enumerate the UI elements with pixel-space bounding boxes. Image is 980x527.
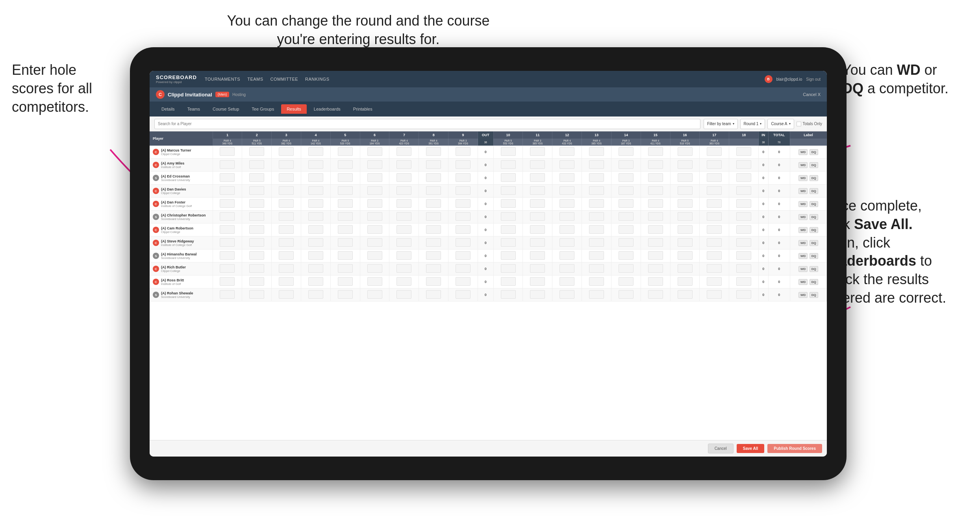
hole-2-input-row-0[interactable] xyxy=(242,146,272,159)
hole-14-input-row-9[interactable] xyxy=(611,263,641,276)
score-input-box[interactable] xyxy=(501,264,516,273)
score-input-box[interactable] xyxy=(367,264,382,273)
hole-1-input-row-4[interactable] xyxy=(213,198,242,211)
hole-11-input-row-8[interactable] xyxy=(523,250,552,263)
score-input-box[interactable] xyxy=(678,212,693,221)
hole-17-input-row-11[interactable] xyxy=(700,288,729,301)
hole-2-input-row-1[interactable] xyxy=(242,159,272,172)
score-input-box[interactable] xyxy=(678,264,693,273)
hole-6-input-row-9[interactable] xyxy=(360,263,389,276)
dq-button[interactable]: DQ xyxy=(810,175,818,181)
hole-1-input-row-9[interactable] xyxy=(213,263,242,276)
score-input-box[interactable] xyxy=(249,277,264,286)
score-input-box[interactable] xyxy=(220,238,235,247)
score-input-box[interactable] xyxy=(678,147,693,156)
hole-8-input-row-7[interactable] xyxy=(419,237,448,250)
score-input-box[interactable] xyxy=(589,147,604,156)
score-input-box[interactable] xyxy=(736,277,751,286)
hole-6-input-row-0[interactable] xyxy=(360,146,389,159)
hole-16-input-row-6[interactable] xyxy=(670,224,700,237)
score-input-box[interactable] xyxy=(501,147,516,156)
score-input-box[interactable] xyxy=(678,186,693,195)
hole-15-input-row-1[interactable] xyxy=(641,159,670,172)
hole-14-input-row-1[interactable] xyxy=(611,159,641,172)
hole-10-input-row-0[interactable] xyxy=(493,146,523,159)
hole-11-input-row-1[interactable] xyxy=(523,159,552,172)
hole-3-input-row-2[interactable] xyxy=(272,172,301,185)
score-input-box[interactable] xyxy=(220,147,235,156)
score-input-box[interactable] xyxy=(338,251,353,260)
hole-5-input-row-9[interactable] xyxy=(330,263,360,276)
hole-11-input-row-9[interactable] xyxy=(523,263,552,276)
hole-17-input-row-9[interactable] xyxy=(700,263,729,276)
score-input-box[interactable] xyxy=(678,199,693,208)
hole-3-input-row-6[interactable] xyxy=(272,224,301,237)
hole-8-input-row-1[interactable] xyxy=(419,159,448,172)
score-input-box[interactable] xyxy=(338,173,353,182)
hole-8-input-row-6[interactable] xyxy=(419,224,448,237)
hole-3-input-row-5[interactable] xyxy=(272,211,301,224)
score-input-box[interactable] xyxy=(678,160,693,169)
score-input-box[interactable] xyxy=(619,264,634,273)
hole-5-input-row-3[interactable] xyxy=(330,185,360,198)
hole-1-input-row-3[interactable] xyxy=(213,185,242,198)
dq-button[interactable]: DQ xyxy=(810,292,818,298)
hole-10-input-row-2[interactable] xyxy=(493,172,523,185)
score-input-box[interactable] xyxy=(707,251,722,260)
hole-1-input-row-2[interactable] xyxy=(213,172,242,185)
hole-12-input-row-10[interactable] xyxy=(552,276,582,288)
score-input-box[interactable] xyxy=(501,251,516,260)
wd-button[interactable]: WD xyxy=(798,266,808,272)
hole-4-input-row-3[interactable] xyxy=(301,185,330,198)
hole-17-input-row-5[interactable] xyxy=(700,211,729,224)
hole-12-input-row-3[interactable] xyxy=(552,185,582,198)
score-input-box[interactable] xyxy=(678,290,693,299)
tab-course-setup[interactable]: Course Setup xyxy=(207,104,245,114)
hole-12-input-row-0[interactable] xyxy=(552,146,582,159)
score-input-box[interactable] xyxy=(707,225,722,234)
hole-8-input-row-11[interactable] xyxy=(419,288,448,301)
hole-11-input-row-11[interactable] xyxy=(523,288,552,301)
score-input-box[interactable] xyxy=(707,147,722,156)
score-input-box[interactable] xyxy=(396,277,411,286)
score-input-box[interactable] xyxy=(736,186,751,195)
hole-16-input-row-5[interactable] xyxy=(670,211,700,224)
hole-4-input-row-11[interactable] xyxy=(301,288,330,301)
score-input-box[interactable] xyxy=(589,251,604,260)
hole-6-input-row-3[interactable] xyxy=(360,185,389,198)
hole-6-input-row-1[interactable] xyxy=(360,159,389,172)
hole-18-input-row-1[interactable] xyxy=(729,159,759,172)
hole-16-input-row-4[interactable] xyxy=(670,198,700,211)
score-input-box[interactable] xyxy=(456,212,471,221)
score-input-box[interactable] xyxy=(559,251,574,260)
hole-7-input-row-9[interactable] xyxy=(389,263,419,276)
wd-button[interactable]: WD xyxy=(798,214,808,220)
score-input-box[interactable] xyxy=(678,277,693,286)
nav-committee[interactable]: COMMITTEE xyxy=(270,77,298,81)
score-input-box[interactable] xyxy=(338,186,353,195)
score-input-box[interactable] xyxy=(249,212,264,221)
score-input-box[interactable] xyxy=(308,251,323,260)
hole-7-input-row-1[interactable] xyxy=(389,159,419,172)
hole-4-input-row-6[interactable] xyxy=(301,224,330,237)
hole-11-input-row-2[interactable] xyxy=(523,172,552,185)
score-input-box[interactable] xyxy=(249,225,264,234)
hole-13-input-row-3[interactable] xyxy=(582,185,611,198)
hole-18-input-row-3[interactable] xyxy=(729,185,759,198)
score-input-box[interactable] xyxy=(396,251,411,260)
score-input-box[interactable] xyxy=(736,290,751,299)
wd-button[interactable]: WD xyxy=(798,240,808,246)
score-input-box[interactable] xyxy=(367,160,382,169)
hole-10-input-row-8[interactable] xyxy=(493,250,523,263)
hole-5-input-row-5[interactable] xyxy=(330,211,360,224)
hole-6-input-row-6[interactable] xyxy=(360,224,389,237)
hole-12-input-row-4[interactable] xyxy=(552,198,582,211)
score-input-box[interactable] xyxy=(707,186,722,195)
hole-18-input-row-6[interactable] xyxy=(729,224,759,237)
hole-13-input-row-2[interactable] xyxy=(582,172,611,185)
tab-leaderboards[interactable]: Leaderboards xyxy=(308,104,346,114)
score-input-box[interactable] xyxy=(338,238,353,247)
score-input-box[interactable] xyxy=(619,225,634,234)
score-input-box[interactable] xyxy=(619,147,634,156)
score-input-box[interactable] xyxy=(426,186,441,195)
